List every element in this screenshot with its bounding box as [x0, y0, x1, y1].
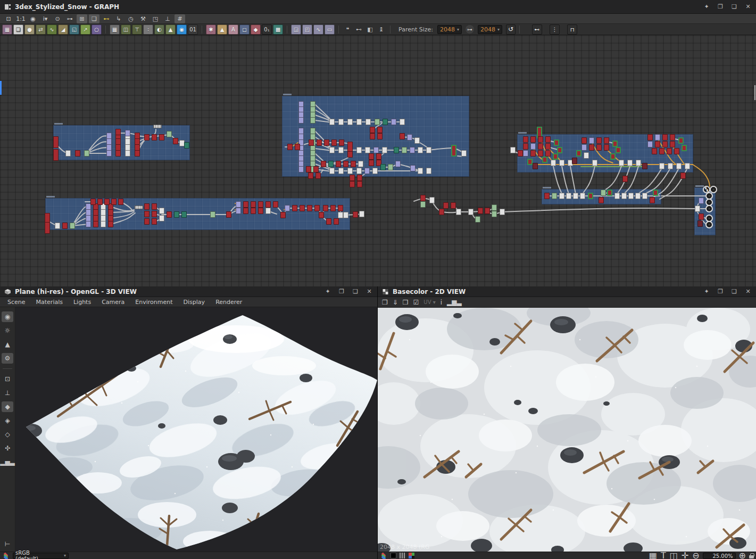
graph-node[interactable] — [612, 141, 618, 147]
export-check-icon[interactable]: ☑ — [413, 299, 419, 306]
channel-shuffle-node-icon[interactable]: ⇄ — [36, 24, 46, 35]
blur-node-icon[interactable]: ● — [24, 24, 35, 35]
graph-node[interactable] — [674, 148, 679, 154]
menu-lights[interactable]: Lights — [68, 299, 96, 306]
dock-tab-indicator[interactable] — [0, 81, 2, 95]
float-window-icon[interactable]: ❐ — [717, 3, 724, 11]
graph-node[interactable] — [152, 203, 157, 210]
graph-node[interactable] — [601, 190, 606, 196]
graph-node[interactable] — [426, 168, 431, 174]
maximize-icon[interactable]: ❏ — [730, 288, 738, 295]
graph-node[interactable] — [184, 142, 189, 149]
gradient-map-node-icon[interactable]: ◉ — [177, 24, 187, 35]
graph-node[interactable] — [372, 168, 378, 174]
transform-node-icon[interactable]: ◱ — [69, 24, 79, 35]
info-icon[interactable]: i▾ — [40, 14, 51, 23]
graph-node[interactable] — [135, 205, 143, 209]
graph-node[interactable] — [418, 168, 423, 174]
graph-node[interactable] — [400, 119, 405, 125]
graph-node[interactable] — [439, 209, 444, 215]
graph-node[interactable] — [383, 119, 388, 125]
pin-link-icon[interactable]: ⊷ — [354, 24, 364, 35]
graph-node[interactable] — [576, 150, 581, 157]
graph-node[interactable] — [559, 193, 564, 199]
graph-node[interactable] — [557, 147, 562, 153]
grid-toggle-icon[interactable]: ▦ — [649, 550, 657, 559]
graph-node[interactable] — [635, 193, 641, 199]
levels-node-icon[interactable]: ▲ — [217, 24, 227, 35]
graph-node[interactable] — [610, 153, 616, 160]
graph-node[interactable] — [451, 145, 456, 157]
graph-node[interactable] — [581, 137, 587, 144]
pip-view-icon[interactable]: ◳ — [150, 14, 161, 23]
graph-node[interactable] — [167, 131, 172, 137]
graph-node[interactable] — [695, 205, 700, 212]
graph-node[interactable] — [115, 150, 121, 157]
graph-node[interactable] — [530, 136, 536, 143]
graph-node[interactable] — [144, 134, 149, 141]
graph-node[interactable] — [377, 133, 383, 139]
graph-node[interactable] — [599, 197, 604, 203]
graph-node[interactable] — [236, 208, 241, 214]
directional-blur-node-icon[interactable]: ◢ — [58, 24, 68, 35]
graph-node[interactable] — [86, 221, 91, 227]
graph-node[interactable] — [292, 205, 297, 211]
paste-image-icon[interactable]: ❒ — [403, 299, 409, 306]
graph-node[interactable] — [159, 215, 164, 221]
graph-node[interactable] — [343, 212, 348, 218]
close-icon[interactable]: ✕ — [365, 288, 373, 295]
graph-node[interactable] — [667, 148, 672, 154]
graph-node[interactable] — [407, 134, 412, 141]
graph-node[interactable] — [653, 190, 658, 196]
graph-node[interactable] — [65, 150, 71, 157]
graph-node[interactable] — [370, 127, 375, 133]
graph-node[interactable] — [135, 150, 140, 157]
zoom-out-icon[interactable]: ⊖ — [692, 550, 699, 559]
menu-materials[interactable]: Materials — [31, 299, 68, 306]
graph-node[interactable] — [538, 143, 543, 150]
graph-node[interactable] — [573, 193, 578, 199]
graph-node[interactable] — [280, 212, 286, 218]
fxmap-switch-icon[interactable]: ∿ — [313, 24, 323, 35]
graph-node[interactable] — [70, 223, 75, 229]
graph-node[interactable] — [118, 199, 123, 205]
graph-node[interactable] — [596, 137, 602, 144]
graph-node[interactable] — [402, 147, 407, 153]
environment-icon[interactable]: ▲ — [2, 339, 13, 350]
graph-node[interactable] — [347, 119, 353, 125]
graph-node[interactable] — [426, 147, 431, 153]
graph-node[interactable] — [251, 201, 256, 208]
lock-zoom-icon[interactable] — [749, 555, 754, 558]
graph-node[interactable] — [351, 161, 356, 167]
graph-node[interactable] — [285, 205, 290, 211]
graph-node[interactable] — [159, 134, 164, 141]
graph-node[interactable] — [106, 150, 112, 157]
graph-node[interactable] — [670, 141, 675, 147]
graph-node[interactable] — [420, 195, 426, 201]
uv-overlay-select[interactable]: UV ▾ — [423, 299, 435, 305]
graph-node[interactable] — [584, 152, 589, 159]
graph-node[interactable] — [306, 166, 311, 172]
graph-node[interactable] — [485, 208, 490, 214]
graph-node[interactable] — [533, 163, 538, 169]
graph-node[interactable] — [551, 160, 556, 166]
graph-node[interactable] — [627, 160, 633, 166]
graph-node[interactable] — [336, 161, 341, 167]
graph-node[interactable] — [410, 165, 416, 171]
graph-node[interactable] — [243, 208, 248, 214]
graph-node[interactable] — [647, 141, 653, 147]
graph-node[interactable] — [375, 119, 380, 125]
text-node-icon[interactable]: A — [228, 24, 238, 35]
graph-node[interactable] — [273, 201, 278, 208]
graph-node[interactable] — [581, 144, 587, 151]
graph-node[interactable] — [144, 218, 149, 225]
graph-node[interactable] — [652, 148, 657, 154]
pin-icon[interactable]: ✦ — [703, 288, 710, 295]
curve-node-icon[interactable]: ∿ — [47, 24, 57, 35]
graph-node[interactable] — [310, 117, 315, 124]
fxmap-iterate-icon[interactable]: ◰ — [302, 24, 312, 35]
graph-node[interactable] — [545, 143, 551, 150]
graph-node[interactable] — [662, 134, 668, 141]
graph-node[interactable] — [544, 193, 550, 199]
graph-node[interactable] — [394, 147, 399, 153]
